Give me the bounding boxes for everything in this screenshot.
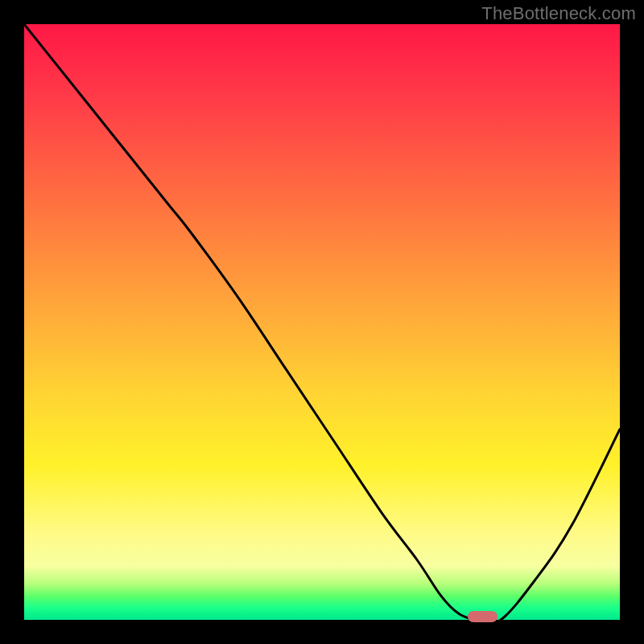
bottleneck-curve: [24, 24, 620, 620]
optimal-marker: [468, 611, 497, 622]
watermark-text: TheBottleneck.com: [481, 3, 636, 24]
plot-area: [24, 24, 620, 620]
chart-frame: TheBottleneck.com: [0, 0, 644, 644]
